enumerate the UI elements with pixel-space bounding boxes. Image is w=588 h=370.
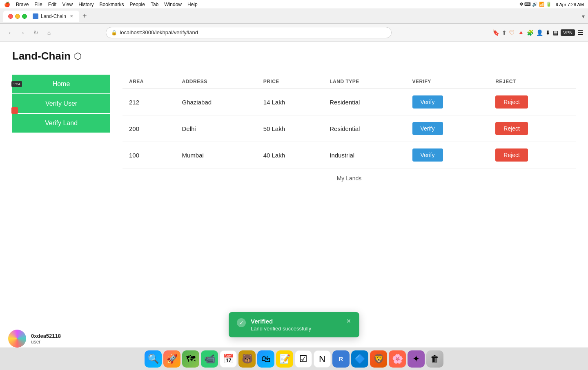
sidebar-item-home[interactable]: 1:24 Home — [12, 75, 110, 93]
sidebar-item-verify-user[interactable]: Verify User — [12, 94, 110, 113]
user-info: 0xdea52118 user — [8, 330, 61, 348]
cell-reject-1: Reject — [489, 115, 576, 142]
lock-icon: 🔒 — [111, 30, 117, 35]
sidebar-item-verify-land[interactable]: Verify Land — [12, 114, 110, 133]
forward-button[interactable]: › — [18, 28, 28, 38]
cell-area-1: 200 — [122, 115, 176, 142]
menu-bookmarks[interactable]: Bookmarks — [100, 2, 124, 7]
dock-bear[interactable]: 🐻 — [238, 350, 256, 368]
land-table: AREA ADDRESS PRICE LAND TYPE VERIFY REJE… — [122, 75, 576, 168]
new-tab-button[interactable]: + — [82, 12, 87, 20]
menu-view[interactable]: View — [62, 2, 73, 7]
apple-menu[interactable]: 🍎 — [4, 2, 10, 7]
menu-edit[interactable]: Edit — [48, 2, 57, 7]
menu-tab[interactable]: Tab — [151, 2, 158, 7]
cell-area-0: 212 — [122, 89, 176, 115]
menu-file[interactable]: File — [34, 2, 42, 7]
verify-button-1[interactable]: Verify — [412, 122, 443, 135]
reject-button-2[interactable]: Reject — [495, 148, 528, 162]
dock-perplexity[interactable]: ✦ — [408, 350, 425, 368]
menubar: 🍎 Brave File Edit View History Bookmarks… — [0, 0, 588, 9]
cell-verify-2: Verify — [406, 142, 489, 168]
vpn-badge[interactable]: VPN — [561, 29, 575, 36]
home-button[interactable]: ⌂ — [44, 28, 54, 38]
menu-people[interactable]: People — [130, 2, 145, 7]
dock-notion[interactable]: N — [314, 350, 331, 368]
minimize-window-button[interactable] — [15, 14, 20, 19]
table-row: 212 Ghaziabad 14 Lakh Residential Verify… — [122, 89, 576, 115]
download-icon[interactable]: ⬇ — [546, 29, 550, 36]
close-window-button[interactable] — [8, 14, 13, 19]
app-title: Land-Chain — [12, 50, 71, 62]
url-text: localhost:3000/lekhpal/verify/land — [120, 29, 198, 35]
cell-reject-0: Reject — [489, 89, 576, 115]
cell-land-type-0: Residential — [323, 89, 405, 115]
toast-close-button[interactable]: ✕ — [346, 318, 351, 324]
dock-facetime[interactable]: 📹 — [201, 350, 218, 368]
user-avatar — [8, 330, 26, 348]
table-area: AREA ADDRESS PRICE LAND TYPE VERIFY REJE… — [122, 75, 576, 188]
url-bar[interactable]: 🔒 localhost:3000/lekhpal/verify/land — [106, 27, 392, 38]
menu-window[interactable]: Window — [164, 2, 182, 7]
dock-rider[interactable]: R — [332, 350, 350, 368]
dock-maps[interactable]: 🗺 — [182, 350, 199, 368]
reject-button-1[interactable]: Reject — [495, 122, 528, 135]
sidebar-toggle-icon[interactable]: ▤ — [553, 29, 558, 36]
tab-bar: Land-Chain ✕ + ▾ — [0, 9, 588, 24]
cell-land-type-2: Industrial — [323, 142, 405, 168]
extensions-icon[interactable]: 🧩 — [527, 29, 534, 36]
brave-shield-icon[interactable]: 🛡 — [509, 29, 515, 36]
my-lands-link[interactable]: My Lands — [122, 168, 576, 188]
dock-calendar[interactable]: 📅 — [220, 350, 237, 368]
col-price: PRICE — [257, 75, 323, 89]
app-header: Land-Chain ⬡ — [0, 42, 588, 66]
back-button[interactable]: ‹ — [5, 28, 15, 38]
sidebar-verify-user-label: Verify User — [45, 100, 77, 107]
dock-app9[interactable]: 🌸 — [389, 350, 406, 368]
cell-address-1: Delhi — [176, 115, 257, 142]
reject-button-0[interactable]: Reject — [495, 95, 528, 109]
table-row: 100 Mumbai 40 Lakh Industrial Verify Rej… — [122, 142, 576, 168]
reload-button[interactable]: ↻ — [31, 28, 41, 38]
menubar-right: ✻ ⌨ 🔊 📶 🔋 9 Apr 7:28 AM — [519, 2, 584, 7]
user-details: 0xdea52118 user — [31, 333, 61, 345]
dock-brave[interactable]: 🦁 — [370, 350, 387, 368]
tab-dropdown-button[interactable]: ▾ — [582, 13, 585, 20]
col-area: AREA — [122, 75, 176, 89]
share-icon[interactable]: ⬆ — [502, 29, 507, 36]
address-bar-right: 🔖 ⬆ 🛡 🔺 🧩 👤 ⬇ ▤ VPN ☰ — [492, 29, 583, 36]
tab-close-button[interactable]: ✕ — [69, 13, 74, 19]
dock-reminders[interactable]: ☑ — [295, 350, 312, 368]
profile-icon[interactable]: 👤 — [536, 29, 543, 36]
browser-tab[interactable]: Land-Chain ✕ — [3, 11, 79, 22]
app-logo: Land-Chain ⬡ — [12, 50, 82, 62]
dock-appstore[interactable]: 🛍 — [257, 350, 274, 368]
maximize-window-button[interactable] — [22, 14, 27, 19]
cell-verify-1: Verify — [406, 115, 489, 142]
table-row: 200 Delhi 50 Lakh Residential Verify Rej… — [122, 115, 576, 142]
dock-trash[interactable]: 🗑 — [426, 350, 443, 368]
toast-title: Verified — [251, 318, 311, 325]
menu-history[interactable]: History — [78, 2, 94, 7]
sidebar: 1:24 Home Verify User Verify Land — [12, 75, 110, 188]
dock-launchpad[interactable]: 🚀 — [163, 350, 180, 368]
clock: 9 Apr 7:28 AM — [556, 2, 584, 7]
menu-brave[interactable]: Brave — [16, 2, 29, 7]
verify-button-0[interactable]: Verify — [412, 95, 443, 109]
verify-button-2[interactable]: Verify — [412, 148, 443, 162]
bookmark-icon[interactable]: 🔖 — [492, 29, 499, 36]
cell-area-2: 100 — [122, 142, 176, 168]
dock-finder[interactable]: 🔍 — [145, 350, 162, 368]
logo-icon: ⬡ — [74, 51, 82, 62]
menu-icon[interactable]: ☰ — [577, 29, 583, 36]
col-verify: VERIFY — [406, 75, 489, 89]
col-land-type: LAND TYPE — [323, 75, 405, 89]
main-layout: 1:24 Home Verify User Verify Land AREA A… — [0, 66, 588, 196]
dock-notes[interactable]: 📝 — [276, 350, 293, 368]
menu-help[interactable]: Help — [187, 2, 198, 7]
sidebar-home-label: Home — [53, 80, 70, 88]
brave-rewards-icon[interactable]: 🔺 — [517, 29, 524, 36]
dock-vscode[interactable]: 🔷 — [351, 350, 368, 368]
tab-favicon — [33, 13, 38, 19]
user-address: 0xdea52118 — [31, 333, 61, 339]
